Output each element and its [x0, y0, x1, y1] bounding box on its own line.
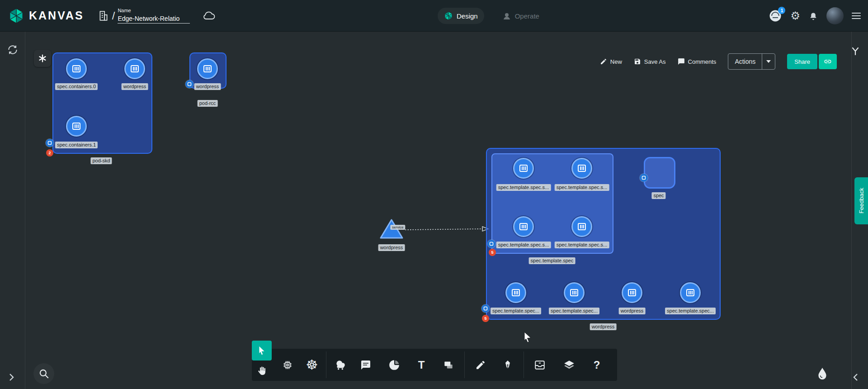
tool-components-button[interactable] [278, 349, 297, 381]
node-label: spec.template.spec.s... [496, 242, 551, 248]
zoom-button[interactable] [33, 363, 54, 384]
flower-icon [38, 53, 47, 63]
container-icon [577, 163, 587, 173]
tab-design[interactable]: Design [438, 8, 484, 24]
save-icon [634, 58, 641, 65]
new-button[interactable]: New [600, 58, 622, 65]
settings-button[interactable]: ⚙ [790, 10, 800, 21]
bell-icon [808, 11, 818, 21]
hierarchy-view-button[interactable] [850, 46, 860, 56]
deployment-kind-badge[interactable] [481, 304, 490, 313]
service-deployment-edge[interactable] [403, 225, 490, 233]
tool-comment-button[interactable] [356, 349, 376, 381]
tool-pencil-button[interactable] [471, 349, 491, 381]
menu-button[interactable] [852, 13, 861, 19]
group-label: spec.template.spec [529, 257, 576, 264]
comment-icon [678, 58, 685, 65]
tool-select-button[interactable] [252, 341, 272, 361]
kubernetes-wheel-icon: ☸ [306, 358, 318, 372]
node-template-container-3[interactable] [571, 216, 592, 237]
design-name-block: Name [118, 8, 190, 24]
group-count-badge[interactable]: 2 [46, 149, 53, 157]
gear-icon: ⚙ [790, 10, 800, 21]
pod-kind-badge[interactable] [46, 139, 54, 147]
service-type-tag: service [390, 225, 405, 230]
save-as-button[interactable]: Save As [634, 58, 666, 65]
hand-icon [256, 365, 267, 376]
group-tools-button[interactable] [34, 50, 51, 67]
snapshot-button[interactable] [817, 367, 827, 380]
node-spec[interactable] [644, 157, 675, 189]
comments-label: Comments [688, 58, 717, 65]
pod-icon [483, 306, 488, 311]
tool-pan-button[interactable] [255, 363, 269, 379]
container-icon [511, 288, 521, 298]
pod-icon [47, 141, 52, 145]
container-icon [71, 64, 81, 74]
tool-text-button[interactable]: T [411, 349, 431, 381]
node-template-container-0[interactable] [513, 158, 534, 179]
logo-text: KANVAS [29, 9, 84, 22]
hierarchy-y-icon [850, 46, 860, 56]
tab-operate[interactable]: Operate [496, 8, 546, 24]
user-avatar[interactable] [826, 7, 844, 24]
node-spec-containers-0[interactable] [66, 58, 87, 79]
water-drop-icon [817, 367, 827, 380]
collapse-right-panel-button[interactable] [853, 373, 859, 382]
actions-caret-segment[interactable] [762, 54, 775, 69]
tool-sticker-button[interactable] [384, 349, 404, 381]
comment-icon [360, 360, 371, 370]
provider-button[interactable]: 1 [769, 9, 782, 23]
tool-layers-button[interactable] [559, 349, 579, 381]
left-edge-strip [0, 32, 25, 389]
copy-link-button[interactable] [819, 54, 837, 69]
share-button[interactable]: Share [787, 54, 817, 69]
tool-shapes-button[interactable] [330, 349, 350, 381]
pod-icon [489, 242, 494, 246]
mode-tabs: Design Operate [438, 0, 546, 32]
node-wordpress-pod-skd[interactable] [124, 58, 145, 79]
kanvas-logo-wrap[interactable]: KANVAS [8, 8, 84, 24]
tool-container-shape-button[interactable] [439, 349, 458, 381]
node-spec-containers-1[interactable] [66, 116, 87, 137]
notifications-button[interactable] [808, 11, 818, 21]
mouse-cursor [522, 331, 533, 343]
feedback-tab[interactable]: Feedback [854, 177, 868, 224]
node-wordpress-pod-rcc[interactable] [197, 58, 218, 79]
layers-icon [563, 359, 575, 371]
group-count-badge[interactable]: 5 [482, 315, 489, 322]
group-spec-template-spec[interactable] [491, 153, 613, 254]
expand-left-panel-button[interactable] [8, 373, 14, 382]
container-icon [685, 288, 695, 298]
node-label: spec.template.spec.s... [555, 242, 609, 248]
actions-dropdown-button[interactable]: Actions [728, 53, 775, 70]
node-template-container-1[interactable] [571, 158, 592, 179]
tool-kubernetes-button[interactable]: ☸ [302, 349, 322, 381]
pod-kind-badge[interactable] [487, 240, 495, 248]
node-label: spec.template.spec... [549, 308, 599, 314]
tool-pen-button[interactable] [498, 349, 518, 381]
node-label: wordpress [619, 308, 646, 314]
pod-kind-badge[interactable] [640, 174, 648, 182]
pod-kind-badge[interactable] [185, 80, 193, 88]
node-pod-container-1[interactable] [564, 282, 585, 303]
node-pod-container-0[interactable] [505, 282, 526, 303]
node-template-container-2[interactable] [513, 216, 534, 237]
actions-label: Actions [728, 58, 762, 65]
container-icon [519, 222, 528, 232]
design-canvas[interactable]: Feedback New Save As Comments Actions [0, 32, 868, 389]
tool-help-button[interactable]: ? [587, 349, 607, 381]
pen-nib-icon [502, 360, 513, 370]
node-pod-container-3[interactable] [680, 282, 701, 303]
organization-button[interactable] [98, 10, 109, 22]
tool-drawer-button[interactable] [530, 349, 550, 381]
group-count-badge[interactable]: 5 [489, 249, 496, 256]
design-name-label: Name [118, 8, 190, 13]
node-pod-container-2[interactable] [622, 282, 642, 303]
comments-button[interactable]: Comments [678, 58, 717, 65]
refresh-canvas-button[interactable] [7, 44, 19, 56]
design-name-input[interactable] [118, 14, 190, 24]
save-status-button[interactable] [202, 10, 216, 21]
feedback-label: Feedback [858, 188, 865, 213]
chip-icon [282, 359, 293, 371]
